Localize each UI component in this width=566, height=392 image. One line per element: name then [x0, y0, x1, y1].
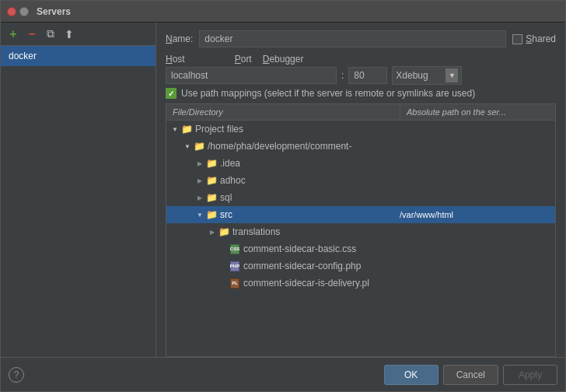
tree-row[interactable]: ▶ PL comment-sidecar-is-delivery.pl — [166, 275, 555, 292]
col-file-header: File/Directory — [166, 104, 400, 120]
tree-item-label: comment-sidecar-config.php — [243, 261, 361, 271]
folder-icon: 📁 — [205, 209, 218, 220]
tree-row[interactable]: ▶ 📁 adhoc — [166, 172, 555, 189]
sidebar-toolbar: + − ⧉ ⬆ — [1, 23, 155, 46]
path-mappings-checkbox[interactable]: ✓ — [166, 88, 176, 99]
debugger-value: Xdebug — [396, 70, 445, 81]
path-mappings-row: ✓ Use path mappings (select if the serve… — [166, 88, 556, 99]
copy-server-button[interactable]: ⧉ — [43, 26, 58, 42]
tree-body: ▼ 📁 Project files ▼ 📁 /home/pha/developm — [166, 121, 555, 356]
tree-row[interactable]: ▶ 📁 sql — [166, 189, 555, 206]
tree-row-left: ▶ PL comment-sidecar-is-delivery.pl — [166, 278, 397, 289]
servers-dialog: Servers + − ⧉ ⬆ docker Name: Shared — [0, 0, 566, 392]
tree-row[interactable]: ▶ 📁 .idea — [166, 155, 555, 172]
folder-icon: 📁 — [218, 226, 230, 237]
debugger-select[interactable]: Xdebug ▼ — [392, 66, 462, 85]
action-buttons: OK Cancel Apply — [384, 365, 557, 385]
tree-row[interactable]: ▶ 📁 translations — [166, 223, 555, 240]
help-button[interactable]: ? — [9, 367, 24, 383]
expand-arrow: ▶ — [194, 175, 205, 186]
tree-item-label: /home/pha/development/comment- — [208, 141, 351, 152]
debugger-label: Debugger — [263, 54, 304, 65]
name-label: Name: — [166, 33, 193, 44]
folder-icon: 📁 — [205, 158, 218, 169]
main-content: + − ⧉ ⬆ docker Name: Shared Hos — [1, 23, 565, 357]
tree-row-left: ▶ PHP comment-sidecar-config.php — [166, 261, 397, 271]
tree-row-left: ▶ 📁 adhoc — [166, 175, 397, 186]
import-server-button[interactable]: ⬆ — [61, 26, 77, 42]
colon-separator: : — [341, 70, 344, 81]
minimize-button[interactable] — [19, 7, 29, 16]
window-controls — [7, 7, 29, 16]
title-bar: Servers — [1, 1, 565, 23]
expand-arrow: ▼ — [169, 124, 180, 135]
tree-item-label: comment-sidecar-is-delivery.pl — [243, 278, 369, 289]
shared-checkbox[interactable] — [512, 34, 522, 44]
close-button[interactable] — [7, 7, 16, 16]
tree-row-left: ▶ 📁 sql — [166, 192, 397, 203]
tree-row-left: ▶ 📁 .idea — [166, 158, 397, 169]
php-file-icon: PHP — [229, 261, 241, 271]
tree-item-label: .idea — [220, 158, 240, 169]
host-labels-row: Host Port Debugger — [166, 54, 556, 65]
tree-row-left: ▶ 📁 translations — [166, 226, 397, 237]
shared-area: Shared — [512, 33, 556, 44]
tree-row[interactable]: ▼ 📁 Project files — [166, 121, 555, 138]
folder-icon: 📁 — [180, 124, 193, 135]
expand-arrow: ▶ — [194, 158, 205, 169]
tree-row[interactable]: ▼ 📁 /home/pha/development/comment- — [166, 138, 555, 155]
folder-icon: 📁 — [205, 175, 218, 186]
expand-arrow: ▼ — [182, 141, 193, 152]
tree-item-label: adhoc — [220, 175, 246, 186]
cancel-button[interactable]: Cancel — [443, 365, 498, 385]
tree-item-label: src — [220, 209, 232, 220]
expand-arrow: ▶ — [194, 192, 205, 203]
tree-row[interactable]: ▶ CSS comment-sidecar-basic.css — [166, 240, 555, 257]
remove-server-button[interactable]: − — [24, 26, 40, 42]
sidebar: + − ⧉ ⬆ docker — [1, 23, 156, 357]
name-input[interactable] — [199, 30, 506, 47]
tree-row-path: /var/www/html — [397, 210, 552, 219]
server-item-docker[interactable]: docker — [1, 46, 155, 66]
pl-file-icon: PL — [229, 278, 241, 289]
shared-label: Shared — [526, 33, 556, 44]
tree-row-left: ▶ CSS comment-sidecar-basic.css — [166, 243, 397, 254]
tree-row-left: ▼ 📁 Project files — [166, 124, 397, 135]
bottom-bar: ? OK Cancel Apply — [1, 357, 565, 391]
tree-header: File/Directory Absolute path on the ser.… — [166, 104, 555, 121]
right-panel: Name: Shared Host Port Debugger : Xdebu — [156, 23, 565, 357]
tree-item-label: translations — [232, 226, 280, 237]
col-path-header: Absolute path on the ser... — [400, 104, 555, 120]
host-input[interactable] — [166, 67, 337, 84]
apply-button[interactable]: Apply — [503, 365, 557, 385]
port-label: Port — [235, 54, 252, 65]
tree-item-label: sql — [220, 192, 232, 203]
expand-arrow: ▶ — [207, 226, 218, 237]
dialog-title: Servers — [37, 6, 71, 17]
port-input[interactable] — [348, 67, 387, 84]
folder-icon: 📁 — [205, 192, 218, 203]
debugger-dropdown-arrow[interactable]: ▼ — [445, 68, 458, 82]
tree-row[interactable]: ▼ 📁 src /var/www/html — [166, 206, 555, 223]
file-directory-tree: File/Directory Absolute path on the ser.… — [166, 103, 556, 357]
css-file-icon: CSS — [229, 243, 241, 254]
tree-row-left: ▼ 📁 /home/pha/development/comment- — [166, 141, 397, 152]
tree-item-label: comment-sidecar-basic.css — [243, 243, 356, 254]
host-label: Host — [166, 54, 185, 65]
path-mappings-label: Use path mappings (select if the server … — [181, 88, 475, 99]
host-inputs-row: : Xdebug ▼ — [166, 66, 556, 85]
server-list: docker — [1, 46, 155, 357]
tree-row-left: ▼ 📁 src — [166, 209, 397, 220]
tree-item-label: Project files — [195, 124, 243, 135]
ok-button[interactable]: OK — [384, 365, 438, 385]
name-row: Name: Shared — [166, 30, 556, 47]
tree-row[interactable]: ▶ PHP comment-sidecar-config.php — [166, 257, 555, 275]
folder-icon: 📁 — [193, 141, 205, 152]
expand-arrow: ▼ — [194, 209, 205, 220]
add-server-button[interactable]: + — [5, 26, 21, 42]
